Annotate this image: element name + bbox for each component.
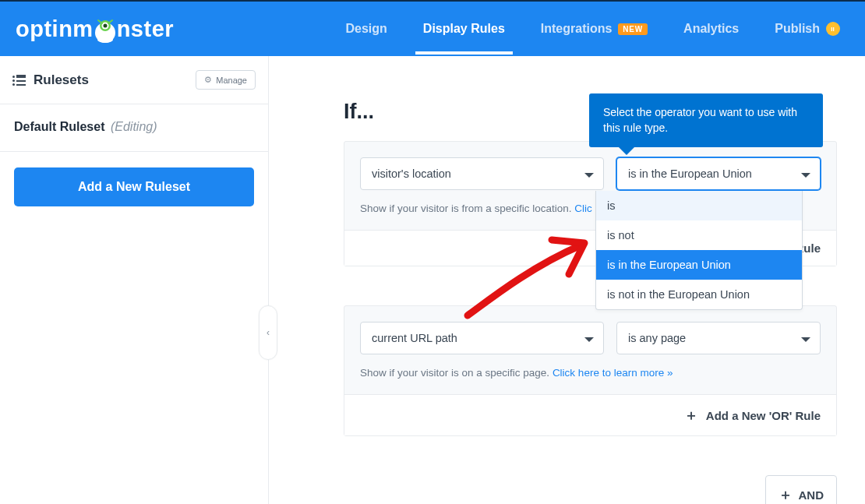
gear-icon: ⚙ [204,75,212,85]
operator-select[interactable]: is any page [616,322,821,354]
operator-value: is in the European Union [628,167,752,180]
logo-eye-icon [92,18,118,44]
add-or-rule-button[interactable]: ＋ Add a New 'OR' Rule [344,394,836,435]
nav-label: Analytics [683,22,739,36]
ruleset-row[interactable]: Default Ruleset (Editing) [0,104,268,152]
hint-link[interactable]: Clic [574,203,592,214]
svg-point-4 [103,24,107,28]
logo-text-post: nster [117,16,174,42]
nav-label: Publish [775,22,820,36]
nav-tabs: Design Display Rules IntegrationsNEW Ana… [346,3,849,55]
nav-publish[interactable]: PublishII [775,3,840,55]
operator-value: is any page [628,332,686,344]
manage-button[interactable]: ⚙ Manage [196,70,256,90]
operator-dropdown: is is not is in the European Union is no… [595,191,803,310]
operator-tooltip: Select the operator you want to use with… [589,93,823,147]
rule-block-2: current URL path is any page Show if you… [344,305,837,436]
dropdown-option[interactable]: is [596,191,802,220]
nav-analytics[interactable]: Analytics [683,3,739,55]
operator-select[interactable]: is in the European Union [616,157,821,190]
sidebar-header: Rulesets ⚙ Manage [0,56,268,104]
condition-value: current URL path [372,332,457,344]
nav-design[interactable]: Design [346,3,387,55]
nav-display-rules[interactable]: Display Rules [423,3,505,55]
rule-hint: Show if your visitor is on a specific pa… [360,367,821,379]
plus-icon: ＋ [778,485,793,504]
hint-text: Show if your visitor is from a specific … [360,203,574,214]
dropdown-option[interactable]: is not [596,220,802,250]
chevron-down-icon [801,167,810,180]
or-label: Add a New 'OR' Rule [706,409,821,422]
dropdown-option[interactable]: is in the European Union [596,250,802,280]
svg-point-1 [97,37,113,43]
nav-integrations[interactable]: IntegrationsNEW [541,3,648,55]
hint-link[interactable]: Click here to learn more » [553,367,673,379]
chevron-down-icon [584,167,594,180]
logo-text-pre: optinm [16,16,94,42]
condition-value: visitor's location [372,167,451,180]
rulesets-icon [12,75,26,86]
hint-text: Show if your visitor is on a specific pa… [360,367,553,379]
new-badge: NEW [618,23,648,35]
logo: optinm nster [16,16,174,42]
nav-label: Design [346,22,387,36]
editing-label: (Editing) [111,120,157,133]
sidebar-title: Rulesets [34,72,89,88]
plus-icon: ＋ [684,406,698,425]
publish-status-icon: II [826,22,840,36]
manage-label: Manage [216,76,247,85]
chevron-down-icon [584,332,594,344]
condition-select[interactable]: current URL path [360,322,604,354]
add-ruleset-button[interactable]: Add a New Ruleset [14,167,254,206]
condition-select[interactable]: visitor's location [360,157,604,190]
and-label: AND [799,488,824,502]
and-button[interactable]: ＋ AND [765,475,838,504]
sidebar: Rulesets ⚙ Manage Default Ruleset (Editi… [0,56,269,504]
nav-label: Integrations [541,22,613,36]
dropdown-option[interactable]: is not in the European Union [596,280,802,309]
nav-label: Display Rules [423,22,505,36]
top-navbar: optinm nster Design Display Rules Integr… [0,0,865,56]
ruleset-name: Default Ruleset [14,120,104,133]
chevron-down-icon [801,332,810,344]
